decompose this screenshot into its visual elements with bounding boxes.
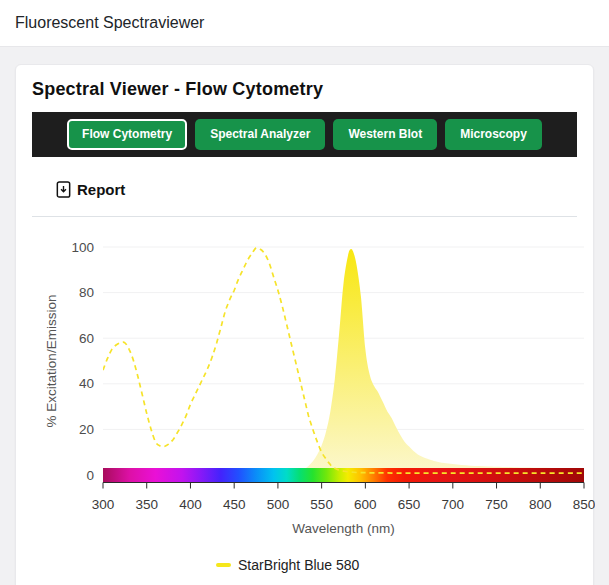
svg-text:600: 600	[354, 497, 377, 512]
svg-text:300: 300	[92, 497, 115, 512]
svg-text:700: 700	[442, 497, 465, 512]
spectral-chart[interactable]: 020406080100% Excitation/Emission3003504…	[16, 231, 595, 546]
viewer-card: Spectral Viewer - Flow Cytometry Flow Cy…	[15, 64, 594, 585]
svg-text:450: 450	[223, 497, 246, 512]
svg-text:Wavelength (nm): Wavelength (nm)	[292, 521, 394, 536]
svg-text:500: 500	[267, 497, 290, 512]
app-header: Fluorescent Spectraviewer	[0, 0, 609, 47]
svg-text:550: 550	[310, 497, 333, 512]
svg-text:800: 800	[529, 497, 552, 512]
svg-text:20: 20	[79, 422, 94, 437]
svg-text:80: 80	[79, 285, 94, 300]
app-title: Fluorescent Spectraviewer	[15, 14, 204, 32]
svg-text:100: 100	[71, 240, 94, 255]
report-file-download-icon	[56, 181, 71, 198]
tab-flow-cytometry[interactable]: Flow Cytometry	[67, 119, 187, 150]
tab-spectral-analyzer[interactable]: Spectral Analyzer	[195, 119, 325, 150]
svg-text:60: 60	[79, 331, 94, 346]
legend-item-starbright-blue-580[interactable]: StarBright Blue 580	[216, 555, 359, 575]
legend-color-swatch	[216, 563, 231, 567]
tab-microscopy[interactable]: Microscopy	[445, 119, 542, 150]
svg-text:350: 350	[135, 497, 158, 512]
tab-western-blot[interactable]: Western Blot	[333, 119, 437, 150]
divider	[32, 216, 577, 217]
svg-text:850: 850	[573, 497, 595, 512]
svg-text:% Excitation/Emission: % Excitation/Emission	[44, 295, 59, 428]
legend-label: StarBright Blue 580	[238, 557, 359, 573]
report-button[interactable]: Report	[56, 178, 125, 200]
svg-text:650: 650	[398, 497, 421, 512]
page-title: Spectral Viewer - Flow Cytometry	[32, 79, 323, 100]
svg-text:400: 400	[179, 497, 202, 512]
svg-text:750: 750	[485, 497, 508, 512]
mode-tab-bar: Flow Cytometry Spectral Analyzer Western…	[32, 112, 577, 157]
svg-text:40: 40	[79, 376, 94, 391]
report-label: Report	[77, 181, 125, 198]
svg-text:0: 0	[86, 468, 94, 483]
